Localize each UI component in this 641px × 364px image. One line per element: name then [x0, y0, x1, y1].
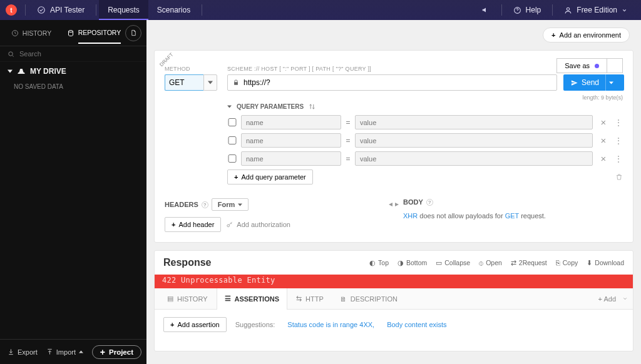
- check-shield-icon: [37, 6, 46, 14]
- resp-add-menu[interactable]: + Add: [598, 295, 616, 303]
- export-button[interactable]: Export: [5, 346, 40, 358]
- resp-top-button[interactable]: ◐ Top: [369, 259, 389, 267]
- sidebar: HISTORY REPOSITORY MY DRIVE NO SAVED DAT…: [0, 20, 146, 364]
- help-icon: [513, 6, 521, 14]
- equals-icon: =: [345, 154, 351, 163]
- sort-icon[interactable]: [309, 103, 315, 110]
- qp-name-input[interactable]: [241, 133, 341, 148]
- qp-row: = × ⋮: [227, 151, 623, 166]
- add-assertion-label: Add assertion: [177, 321, 219, 328]
- requests-label: Requests: [108, 6, 140, 14]
- search-input[interactable]: [19, 50, 139, 58]
- qp-enable-checkbox[interactable]: [227, 154, 237, 163]
- info-icon[interactable]: ?: [426, 199, 433, 206]
- history-tab[interactable]: HISTORY: [0, 20, 63, 46]
- topbar-right: Help Free Edition: [473, 0, 641, 20]
- resp-tab-description[interactable]: 🗎 DESCRIPTION: [332, 288, 405, 310]
- resp-tab-http[interactable]: ⇆ HTTP: [289, 288, 331, 310]
- resp-bottom-button[interactable]: ◑ Bottom: [397, 259, 427, 267]
- qp-remove-button[interactable]: ×: [597, 153, 610, 164]
- length-label: length: 9 byte(s): [165, 94, 623, 101]
- help-label: Help: [526, 6, 541, 14]
- unsaved-dot-icon: [595, 64, 599, 68]
- caret-down-icon[interactable]: [227, 104, 232, 109]
- scenarios-tab[interactable]: Scenarios: [148, 0, 199, 20]
- new-doc-button[interactable]: [125, 25, 141, 41]
- nav-right-button[interactable]: ▸: [395, 200, 399, 208]
- lock-icon: [233, 79, 239, 86]
- get-link[interactable]: GET: [505, 212, 519, 220]
- qp-value-input[interactable]: [355, 151, 593, 166]
- qp-remove-button[interactable]: ×: [597, 117, 610, 128]
- save-as-label: Save as: [565, 62, 590, 69]
- resp-2request-button[interactable]: ⇄ 2Request: [511, 259, 547, 267]
- promo-button[interactable]: [473, 0, 499, 20]
- suggestion-link-body[interactable]: Body content exists: [387, 321, 446, 328]
- response-title: Response: [163, 257, 211, 268]
- svg-point-5: [9, 51, 13, 55]
- history-label: HISTORY: [23, 29, 51, 37]
- add-assertion-button[interactable]: + Add assertion: [163, 317, 227, 332]
- resp-collapse-button[interactable]: ▭ Collapse: [436, 259, 470, 267]
- chevron-down-icon: [622, 8, 627, 13]
- nav-left-button[interactable]: ◂: [389, 200, 392, 208]
- qp-name-input[interactable]: [241, 151, 341, 166]
- qp-more-button[interactable]: ⋮: [614, 118, 623, 128]
- resp-download-button[interactable]: ⬇ Download: [587, 259, 624, 267]
- save-as-group: Save as: [556, 58, 623, 73]
- qp-enable-checkbox[interactable]: [227, 118, 237, 126]
- add-authorization-button[interactable]: Add authorization: [226, 217, 290, 232]
- qp-more-button[interactable]: ⋮: [614, 136, 623, 146]
- sidebar-search[interactable]: [0, 46, 146, 62]
- qp-value-input[interactable]: [355, 133, 593, 148]
- project-button[interactable]: + Project: [92, 345, 141, 359]
- method-dropdown[interactable]: [203, 74, 217, 91]
- url-input[interactable]: [244, 78, 551, 87]
- resp-copy-button[interactable]: ⎘ Copy: [556, 259, 578, 267]
- sidebar-footer: Export Import + Project: [0, 339, 146, 364]
- repository-label: REPOSITORY: [78, 29, 121, 44]
- qp-enable-checkbox[interactable]: [227, 136, 237, 144]
- add-environment-button[interactable]: + Add an environment: [543, 28, 630, 43]
- trash-icon: [615, 173, 623, 181]
- qp-row: = × ⋮: [227, 133, 623, 148]
- add-qp-label: Add query parameter: [241, 173, 305, 181]
- delete-all-qp-button[interactable]: [615, 173, 623, 181]
- repository-tab[interactable]: REPOSITORY: [63, 20, 125, 46]
- add-query-param-button[interactable]: + Add query parameter: [227, 169, 313, 185]
- my-drive-row[interactable]: MY DRIVE: [0, 62, 146, 81]
- svg-point-0: [38, 7, 45, 14]
- account-menu[interactable]: Free Edition: [555, 0, 636, 20]
- export-label: Export: [18, 348, 38, 356]
- info-icon[interactable]: ?: [202, 201, 208, 208]
- body-column: BODY ? XHR does not allow payloads for G…: [403, 198, 623, 232]
- save-as-dropdown[interactable]: [607, 58, 623, 73]
- resp-open-button[interactable]: ⦶ Open: [479, 259, 502, 267]
- qp-more-button[interactable]: ⋮: [614, 154, 623, 164]
- resp-tab-history[interactable]: ▤ HISTORY: [160, 288, 215, 310]
- headers-column: HEADERS ? Form + Add header: [165, 198, 384, 232]
- send-button[interactable]: Send: [563, 74, 624, 91]
- qp-name-input[interactable]: [241, 115, 341, 129]
- file-icon: [130, 29, 137, 36]
- qp-value-input[interactable]: [355, 115, 593, 129]
- add-header-button[interactable]: + Add header: [165, 217, 221, 232]
- drive-icon: [17, 67, 26, 76]
- suggestion-link-4xx[interactable]: Status code is in range 4XX,: [287, 321, 374, 328]
- qp-row: = × ⋮: [227, 115, 623, 129]
- history-icon: [11, 29, 19, 37]
- qp-remove-button[interactable]: ×: [597, 135, 610, 146]
- xhr-link[interactable]: XHR: [403, 212, 418, 220]
- send-dropdown[interactable]: [605, 74, 617, 91]
- save-as-button[interactable]: Save as: [556, 58, 607, 73]
- help-button[interactable]: Help: [505, 0, 550, 20]
- app-logo[interactable]: t: [0, 0, 23, 20]
- import-button[interactable]: Import: [44, 346, 86, 358]
- query-params-block: QUERY PARAMETERS = × ⋮ = ×: [227, 103, 623, 185]
- requests-tab[interactable]: Requests: [99, 0, 148, 20]
- chevron-down-icon[interactable]: [622, 296, 628, 301]
- resp-tab-assertions[interactable]: ☰ ASSERTIONS: [217, 288, 288, 310]
- add-environment-label: Add an environment: [560, 31, 621, 39]
- api-tester-tab[interactable]: API Tester: [28, 0, 93, 20]
- headers-format-dropdown[interactable]: Form: [212, 198, 249, 211]
